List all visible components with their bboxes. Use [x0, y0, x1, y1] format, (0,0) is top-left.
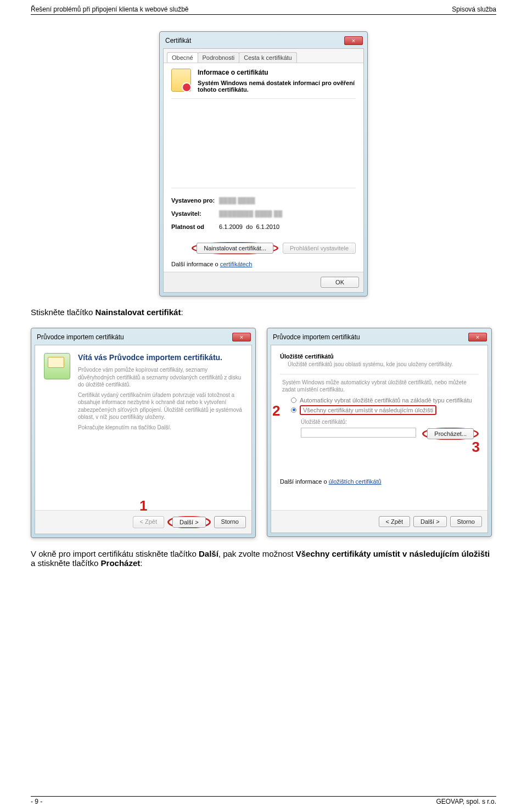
page-footer: - 9 - GEOVAP, spol. s r.o. [31, 796, 496, 805]
wizard2-next-button[interactable]: Další > [413, 516, 447, 527]
header-left: Řešení problémů při připojení klienta k … [31, 5, 189, 13]
wizard2-more-link[interactable]: úložištích certifikátů [329, 478, 382, 485]
store-field [301, 428, 416, 438]
wizard2-sub: Úložiště certifikátů jsou oblasti systém… [288, 361, 479, 368]
certificate-icon [171, 69, 191, 92]
highlight-install-button: Nainstalovat certifikát... [192, 242, 278, 254]
valid-to-value: 6.1.2010 [256, 223, 279, 230]
wizard2-auto-text: Systém Windows může automaticky vybrat ú… [282, 379, 479, 394]
radio-icon [291, 397, 296, 403]
wizard-2: Průvodce importem certifikátu × Úložiště… [267, 328, 492, 537]
close-icon[interactable]: × [344, 36, 363, 45]
cert-warning-message: Systém Windows nemá dostatek informací p… [198, 80, 356, 93]
wizard2-heading: Úložiště certifikátů [280, 353, 479, 360]
highlight-next-button: Další > [167, 516, 211, 528]
wizard1-heading: Vítá vás Průvodce importem certifikátu. [78, 353, 243, 362]
callout-digit-1: 1 [139, 497, 147, 514]
issued-by-label: Vystavitel: [171, 210, 217, 217]
issued-to-label: Vystaveno pro: [171, 197, 217, 204]
wizard-icon [44, 353, 70, 379]
cert-tabs: Obecné Podrobnosti Cesta k certifikátu [164, 49, 363, 63]
wizard1-back-button: < Zpět [133, 516, 165, 528]
valid-from-label: Platnost od [171, 223, 217, 230]
valid-to-label: do [246, 223, 253, 230]
callout-digit-2: 2 [272, 402, 280, 419]
more-info-text: Další informace o [171, 261, 220, 267]
footer-company: GEOVAP, spol. s r.o. [436, 798, 496, 805]
wizard2-title: Průvodce importem certifikátu [273, 333, 360, 341]
wizard1-cancel-button[interactable]: Storno [214, 516, 246, 528]
store-label: Úložiště certifikátů: [301, 418, 479, 426]
callout-digit-3: 3 [472, 439, 480, 456]
wizard1-title: Průvodce importem certifikátu [37, 333, 124, 341]
ok-button[interactable]: OK [321, 277, 359, 288]
wizard2-cancel-button[interactable]: Storno [450, 516, 482, 527]
instruction-1: Stiskněte tlačítko Nainstalovat certifik… [31, 307, 496, 317]
tab-path[interactable]: Cesta k certifikátu [239, 52, 296, 63]
close-icon[interactable]: × [232, 333, 251, 341]
highlight-browse-button: Procházet... [422, 428, 479, 440]
wizard1-next-button[interactable]: Další > [172, 517, 206, 528]
instruction-2: V okně pro import certifikátu stiskněte … [31, 549, 496, 568]
tab-details[interactable]: Podrobnosti [198, 52, 240, 63]
radio-place-all[interactable]: Všechny certifikáty umístit v následujíc… [291, 405, 479, 415]
footer-page: - 9 - [31, 798, 42, 805]
certificate-dialog: Certifikát × Obecné Podrobnosti Cesta k … [159, 31, 368, 296]
radio-icon [291, 407, 296, 413]
browse-button[interactable]: Procházet... [427, 428, 474, 439]
issued-to-value: ████ ████ [219, 197, 255, 204]
highlight-radio-option: Všechny certifikáty umístit v následujíc… [300, 405, 436, 415]
page-header: Řešení problémů při připojení klienta k … [31, 5, 496, 15]
cert-window-title: Certifikát [165, 37, 191, 44]
cert-info-heading: Informace o certifikátu [198, 69, 356, 76]
wizard2-back-button[interactable]: < Zpět [379, 516, 411, 527]
tab-general[interactable]: Obecné [167, 52, 198, 63]
issuer-statement-button: Prohlášení vystavitele [283, 243, 356, 254]
valid-from-value: 6.1.2009 [219, 223, 243, 230]
issued-by-value: ████████ ████ ██ [219, 210, 282, 217]
install-cert-button[interactable]: Nainstalovat certifikát... [197, 243, 273, 254]
wizard-1: Průvodce importem certifikátu × Vítá vás… [31, 328, 256, 538]
radio-auto[interactable]: Automaticky vybrat úložiště certifikátů … [291, 397, 479, 404]
more-info-link[interactable]: certifikátech [220, 261, 253, 267]
close-icon[interactable]: × [468, 333, 487, 341]
header-right: Spisová služba [452, 5, 496, 13]
wizard2-more-text: Další informace o [280, 478, 329, 485]
wizard1-body: Průvodce vám pomůže kopírovat certifikát… [78, 366, 243, 431]
